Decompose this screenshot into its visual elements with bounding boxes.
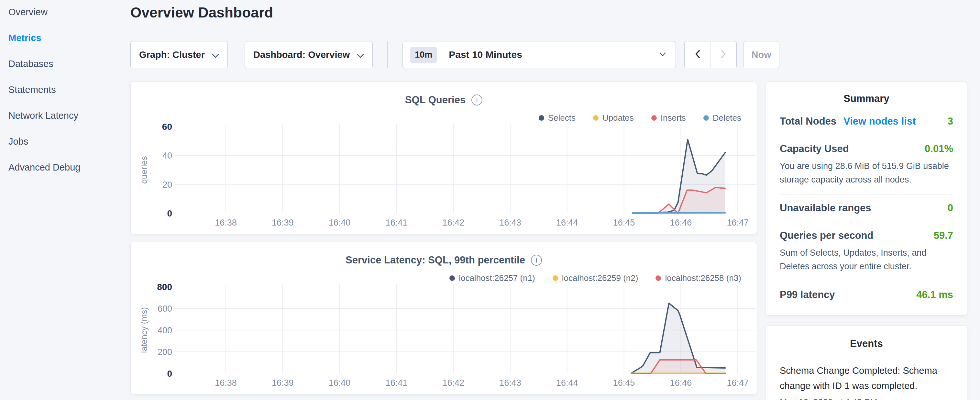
sidebar-item-advanced-debug[interactable]: Advanced Debug — [0, 155, 129, 179]
sidebar-item-metrics[interactable]: Metrics — [0, 26, 129, 50]
sidebar: Overview Metrics Databases Statements Ne… — [0, 0, 129, 400]
legend-dot-icon — [655, 276, 661, 281]
x-tick-label: 16:38 — [215, 378, 237, 388]
chart-title-text: Service Latency: SQL, 99th percentile — [345, 254, 525, 266]
summary-row-p99-latency: P99 latency 46.1 ms — [780, 281, 953, 308]
dashboard-dropdown[interactable]: Dashboard: Overview — [245, 41, 373, 68]
event-timestamp: May 13, 2020 at 4:45 PM — [780, 397, 953, 400]
x-tick-label: 16:47 — [727, 378, 749, 388]
legend-item[interactable]: Inserts — [651, 113, 686, 123]
chart-title-text: SQL Queries — [405, 94, 466, 106]
summary-row-label: Unavailable ranges — [780, 202, 871, 214]
chart-title: SQL Queries i — [131, 94, 757, 106]
summary-row-value: 59.7 — [934, 230, 953, 241]
chevron-down-icon — [357, 49, 364, 60]
time-step-forward-button[interactable] — [711, 41, 737, 68]
event-item[interactable]: Schema Change Completed: Schema change w… — [780, 363, 953, 400]
toolbar-divider — [387, 41, 388, 68]
summary-row-label: P99 latency — [780, 289, 835, 301]
events-panel: Events Schema Change Completed: Schema c… — [766, 325, 967, 400]
summary-row-value: 3 — [948, 116, 953, 127]
x-tick-label: 16:41 — [386, 378, 408, 388]
y-axis-label: latency (ms) — [139, 307, 149, 353]
legend-dot-icon — [703, 115, 709, 121]
x-tick-label: 16:38 — [215, 218, 237, 228]
sidebar-item-network-latency[interactable]: Network Latency — [0, 104, 129, 127]
dashboard-label: Dashboard: Overview — [253, 49, 350, 60]
y-tick-label: 0 — [167, 369, 172, 379]
summary-row-label: Capacity Used — [780, 143, 849, 155]
chevron-down-icon — [212, 49, 219, 60]
summary-row-label: Total Nodes — [780, 116, 836, 127]
view-nodes-list-link[interactable]: View nodes list — [843, 116, 916, 127]
x-tick-label: 16:42 — [442, 378, 464, 388]
legend-item[interactable]: localhost:26257 (n1) — [449, 273, 535, 283]
y-tick-label: 0 — [167, 209, 172, 218]
x-tick-label: 16:45 — [613, 378, 635, 388]
x-tick-label: 16:40 — [329, 378, 351, 388]
x-tick-label: 16:44 — [556, 218, 578, 228]
y-tick-label: 200 — [158, 347, 172, 357]
legend-dot-icon — [553, 276, 558, 281]
x-tick-label: 16:43 — [499, 218, 521, 228]
summary-row-queries-per-second: Queries per second 59.7 Sum of Selects, … — [780, 222, 953, 281]
chevron-down-icon — [660, 52, 666, 57]
legend-item[interactable]: localhost:26258 (n3) — [655, 273, 741, 283]
x-tick-label: 16:46 — [670, 378, 692, 388]
sql-queries-chart-card: SQL Queries i SelectsUpdatesInsertsDelet… — [130, 81, 757, 234]
info-icon[interactable]: i — [531, 255, 542, 266]
chart-legend: localhost:26257 (n1)localhost:26259 (n2)… — [449, 273, 741, 283]
time-range-label: Past 10 Minutes — [449, 49, 522, 60]
chart-legend: SelectsUpdatesInsertsDeletes — [539, 113, 741, 123]
time-step-back-button[interactable] — [685, 41, 711, 68]
x-tick-label: 16:41 — [386, 218, 408, 228]
x-tick-label: 16:40 — [329, 218, 351, 228]
y-axis-label: queries — [139, 156, 149, 183]
time-range-selector[interactable]: 10m Past 10 Minutes — [402, 41, 676, 68]
x-tick-label: 16:39 — [272, 378, 294, 388]
chevron-right-icon — [721, 50, 726, 59]
legend-item[interactable]: Selects — [539, 113, 576, 123]
x-tick-label: 16:47 — [727, 218, 749, 228]
summary-panel: Summary Total Nodes View nodes list 3 Ca… — [766, 81, 967, 316]
chart-title: Service Latency: SQL, 99th percentile i — [131, 254, 757, 266]
summary-row-label: Queries per second — [780, 230, 873, 241]
x-tick-label: 16:43 — [499, 378, 521, 388]
legend-dot-icon — [651, 115, 657, 121]
y-tick-label: 20 — [162, 180, 172, 190]
events-title: Events — [780, 338, 953, 349]
summary-row-value: 0.01% — [925, 143, 953, 155]
summary-row-description: You are using 28.6 MiB of 515.9 GiB usab… — [780, 159, 953, 186]
info-icon[interactable]: i — [471, 94, 482, 105]
graph-scope-dropdown[interactable]: Graph: Cluster — [130, 41, 228, 68]
summary-row-total-nodes: Total Nodes View nodes list 3 — [780, 108, 953, 135]
legend-dot-icon — [593, 115, 598, 121]
sidebar-item-databases[interactable]: Databases — [0, 52, 129, 76]
legend-label: Selects — [548, 113, 576, 123]
sidebar-item-jobs[interactable]: Jobs — [0, 129, 129, 153]
legend-label: localhost:26258 (n3) — [665, 273, 741, 283]
x-tick-label: 16:44 — [556, 378, 578, 388]
now-button[interactable]: Now — [743, 41, 780, 68]
summary-row-capacity-used: Capacity Used 0.01% You are using 28.6 M… — [780, 135, 953, 194]
event-message: Schema Change Completed: Schema change w… — [780, 363, 953, 394]
legend-item[interactable]: localhost:26259 (n2) — [553, 273, 638, 283]
sidebar-item-statements[interactable]: Statements — [0, 78, 129, 102]
service-latency-chart-card: Service Latency: SQL, 99th percentile i … — [130, 242, 757, 395]
legend-dot-icon — [449, 276, 455, 281]
time-step-buttons — [684, 41, 737, 68]
summary-row-description: Sum of Selects, Updates, Inserts, and De… — [780, 246, 953, 273]
legend-label: Deletes — [713, 113, 741, 123]
legend-label: Updates — [603, 113, 634, 123]
toolbar: Graph: Cluster Dashboard: Overview 10m P… — [130, 41, 780, 68]
summary-row-value: 46.1 ms — [916, 289, 953, 301]
x-tick-label: 16:39 — [272, 218, 294, 228]
x-tick-label: 16:46 — [670, 218, 692, 228]
y-tick-label: 800 — [157, 282, 172, 292]
x-tick-label: 16:45 — [613, 218, 635, 228]
legend-item[interactable]: Deletes — [703, 113, 741, 123]
legend-item[interactable]: Updates — [593, 113, 634, 123]
sidebar-item-overview[interactable]: Overview — [0, 0, 129, 24]
graph-scope-label: Graph: Cluster — [139, 49, 205, 60]
y-tick-label: 600 — [158, 304, 172, 314]
